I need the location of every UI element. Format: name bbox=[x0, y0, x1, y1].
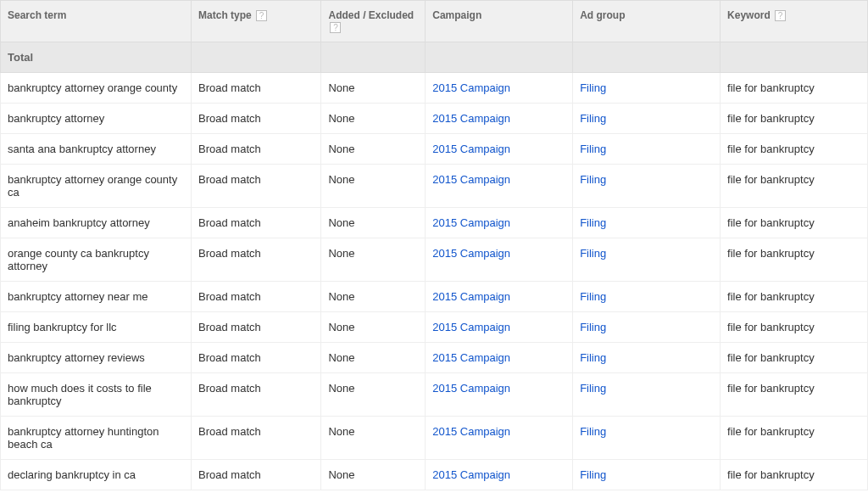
cell-campaign: 2015 Campaign bbox=[426, 343, 573, 373]
header-search-term-label: Search term bbox=[8, 9, 66, 21]
table-row: filing bankruptcy for llcBroad matchNone… bbox=[1, 312, 868, 343]
campaign-link[interactable]: 2015 Campaign bbox=[432, 173, 510, 186]
table-row: bankruptcy attorney orange countyBroad m… bbox=[1, 73, 868, 104]
cell-keyword: file for bankruptcy bbox=[721, 134, 868, 165]
table-row: bankruptcy attorneyBroad matchNone2015 C… bbox=[1, 104, 868, 134]
ad-group-link[interactable]: Filing bbox=[580, 321, 606, 333]
cell-campaign: 2015 Campaign bbox=[426, 134, 573, 165]
cell-keyword: file for bankruptcy bbox=[721, 343, 868, 373]
campaign-link[interactable]: 2015 Campaign bbox=[432, 425, 510, 438]
ad-group-link[interactable]: Filing bbox=[580, 247, 606, 260]
table-row: bankruptcy attorney huntington beach caB… bbox=[1, 417, 868, 460]
help-icon[interactable]: ? bbox=[256, 10, 267, 21]
cell-keyword: file for bankruptcy bbox=[721, 282, 868, 312]
help-icon[interactable]: ? bbox=[775, 10, 786, 21]
campaign-link[interactable]: 2015 Campaign bbox=[432, 143, 510, 155]
campaign-link[interactable]: 2015 Campaign bbox=[432, 321, 510, 333]
ad-group-link[interactable]: Filing bbox=[580, 173, 606, 186]
cell-campaign: 2015 Campaign bbox=[426, 73, 573, 104]
help-icon[interactable]: ? bbox=[330, 22, 341, 33]
cell-match-type: Broad match bbox=[192, 165, 321, 208]
cell-search-term: bankruptcy attorney reviews bbox=[1, 343, 192, 373]
cell-keyword: file for bankruptcy bbox=[721, 460, 868, 490]
cell-campaign: 2015 Campaign bbox=[426, 208, 573, 238]
cell-added-excluded: None bbox=[321, 343, 426, 373]
cell-added-excluded: None bbox=[321, 208, 426, 238]
cell-search-term: bankruptcy attorney orange county ca bbox=[1, 165, 192, 208]
ad-group-link[interactable]: Filing bbox=[580, 81, 606, 94]
cell-ad-group: Filing bbox=[573, 238, 721, 282]
cell-keyword: file for bankruptcy bbox=[721, 208, 868, 238]
cell-campaign: 2015 Campaign bbox=[426, 282, 573, 312]
header-search-term[interactable]: Search term bbox=[1, 1, 192, 42]
campaign-link[interactable]: 2015 Campaign bbox=[432, 382, 510, 395]
cell-ad-group: Filing bbox=[573, 134, 721, 165]
cell-keyword: file for bankruptcy bbox=[721, 104, 868, 134]
total-row: Total bbox=[1, 42, 868, 73]
campaign-link[interactable]: 2015 Campaign bbox=[432, 216, 510, 229]
cell-keyword: file for bankruptcy bbox=[721, 238, 868, 282]
header-ad-group-label: Ad group bbox=[580, 9, 625, 21]
cell-added-excluded: None bbox=[321, 238, 426, 282]
cell-campaign: 2015 Campaign bbox=[426, 460, 573, 490]
cell-match-type: Broad match bbox=[192, 104, 321, 134]
table-row: santa ana bankruptcy attorneyBroad match… bbox=[1, 134, 868, 165]
header-campaign[interactable]: Campaign bbox=[426, 1, 573, 42]
cell-match-type: Broad match bbox=[192, 373, 321, 417]
cell-ad-group: Filing bbox=[573, 373, 721, 417]
cell-search-term: bankruptcy attorney bbox=[1, 104, 192, 134]
cell-ad-group: Filing bbox=[573, 312, 721, 343]
header-match-type[interactable]: Match type ? bbox=[192, 1, 321, 42]
ad-group-link[interactable]: Filing bbox=[580, 290, 606, 303]
table-row: orange county ca bankruptcy attorneyBroa… bbox=[1, 238, 868, 282]
cell-match-type: Broad match bbox=[192, 134, 321, 165]
ad-group-link[interactable]: Filing bbox=[580, 216, 606, 229]
cell-keyword: file for bankruptcy bbox=[721, 73, 868, 104]
table-row: bankruptcy attorney near meBroad matchNo… bbox=[1, 282, 868, 312]
cell-ad-group: Filing bbox=[573, 165, 721, 208]
cell-ad-group: Filing bbox=[573, 417, 721, 460]
cell-search-term: how much does it costs to file bankruptc… bbox=[1, 373, 192, 417]
table-row: anaheim bankruptcy attorneyBroad matchNo… bbox=[1, 208, 868, 238]
campaign-link[interactable]: 2015 Campaign bbox=[432, 112, 510, 125]
ad-group-link[interactable]: Filing bbox=[580, 143, 606, 155]
campaign-link[interactable]: 2015 Campaign bbox=[432, 351, 510, 364]
cell-match-type: Broad match bbox=[192, 208, 321, 238]
ad-group-link[interactable]: Filing bbox=[580, 382, 606, 395]
ad-group-link[interactable]: Filing bbox=[580, 351, 606, 364]
cell-search-term: bankruptcy attorney near me bbox=[1, 282, 192, 312]
cell-ad-group: Filing bbox=[573, 104, 721, 134]
cell-campaign: 2015 Campaign bbox=[426, 104, 573, 134]
header-match-type-label: Match type bbox=[198, 9, 252, 21]
table-row: how much does it costs to file bankruptc… bbox=[1, 373, 868, 417]
cell-match-type: Broad match bbox=[192, 73, 321, 104]
header-ad-group[interactable]: Ad group bbox=[573, 1, 721, 42]
cell-added-excluded: None bbox=[321, 165, 426, 208]
campaign-link[interactable]: 2015 Campaign bbox=[432, 290, 510, 303]
table-header-row: Search term Match type ? Added / Exclude… bbox=[1, 1, 868, 42]
cell-added-excluded: None bbox=[321, 282, 426, 312]
ad-group-link[interactable]: Filing bbox=[580, 468, 606, 481]
header-added-excluded[interactable]: Added / Excluded ? bbox=[321, 1, 426, 42]
cell-match-type: Broad match bbox=[192, 343, 321, 373]
header-keyword[interactable]: Keyword ? bbox=[721, 1, 868, 42]
cell-match-type: Broad match bbox=[192, 282, 321, 312]
campaign-link[interactable]: 2015 Campaign bbox=[432, 468, 510, 481]
search-terms-table: Search term Match type ? Added / Exclude… bbox=[0, 0, 868, 490]
cell-match-type: Broad match bbox=[192, 312, 321, 343]
cell-campaign: 2015 Campaign bbox=[426, 312, 573, 343]
cell-ad-group: Filing bbox=[573, 343, 721, 373]
ad-group-link[interactable]: Filing bbox=[580, 112, 606, 125]
campaign-link[interactable]: 2015 Campaign bbox=[432, 81, 510, 94]
cell-ad-group: Filing bbox=[573, 460, 721, 490]
cell-keyword: file for bankruptcy bbox=[721, 417, 868, 460]
cell-search-term: bankruptcy attorney orange county bbox=[1, 73, 192, 104]
cell-match-type: Broad match bbox=[192, 460, 321, 490]
cell-added-excluded: None bbox=[321, 104, 426, 134]
ad-group-link[interactable]: Filing bbox=[580, 425, 606, 438]
cell-ad-group: Filing bbox=[573, 282, 721, 312]
cell-ad-group: Filing bbox=[573, 73, 721, 104]
campaign-link[interactable]: 2015 Campaign bbox=[432, 247, 510, 260]
cell-campaign: 2015 Campaign bbox=[426, 165, 573, 208]
cell-added-excluded: None bbox=[321, 312, 426, 343]
